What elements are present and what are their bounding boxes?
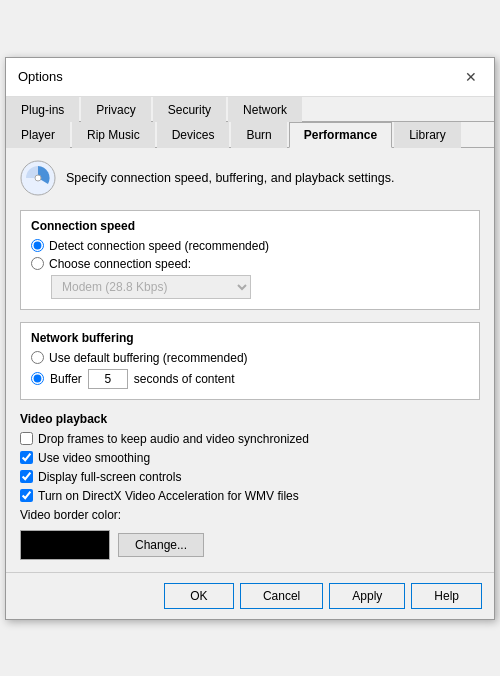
options-window: Options ✕ Plug-ins Privacy Security Netw… <box>5 57 495 620</box>
cancel-button[interactable]: Cancel <box>240 583 323 609</box>
title-bar: Options ✕ <box>6 58 494 97</box>
checkbox-video-smoothing[interactable] <box>20 451 33 464</box>
network-buffering-group: Network buffering Use default buffering … <box>20 322 480 400</box>
drop-frames-label: Drop frames to keep audio and video sync… <box>38 432 309 446</box>
border-color-row: Change... <box>20 530 480 560</box>
video-smoothing-label: Use video smoothing <box>38 451 150 465</box>
ok-button[interactable]: OK <box>164 583 234 609</box>
buffer-seconds-input[interactable] <box>88 369 128 389</box>
buffer-radio[interactable] <box>31 372 44 385</box>
buffer-label: Buffer <box>50 372 82 386</box>
tab-privacy[interactable]: Privacy <box>81 97 150 122</box>
video-playback-label: Video playback <box>20 412 480 426</box>
close-button[interactable]: ✕ <box>460 66 482 88</box>
choose-speed-radio[interactable] <box>31 257 44 270</box>
border-color-label: Video border color: <box>20 508 480 522</box>
default-buffering-row: Use default buffering (recommended) <box>31 351 469 365</box>
video-playback-section: Video playback Drop frames to keep audio… <box>20 412 480 560</box>
svg-point-1 <box>35 175 41 181</box>
window-title: Options <box>18 69 63 84</box>
checkbox-directx-accel[interactable] <box>20 489 33 502</box>
choose-speed-row: Choose connection speed: <box>31 257 469 271</box>
connection-speed-label: Connection speed <box>31 219 469 233</box>
tabs-row1: Plug-ins Privacy Security Network <box>6 97 494 122</box>
tab-player[interactable]: Player <box>6 122 70 148</box>
detect-speed-row: Detect connection speed (recommended) <box>31 239 469 253</box>
tab-rip-music[interactable]: Rip Music <box>72 122 155 148</box>
network-buffering-label: Network buffering <box>31 331 469 345</box>
seconds-label: seconds of content <box>134 372 235 386</box>
performance-icon <box>20 160 56 196</box>
header-description: Specify connection speed, buffering, and… <box>66 171 394 185</box>
tab-plugins[interactable]: Plug-ins <box>6 97 79 122</box>
tab-security[interactable]: Security <box>153 97 226 122</box>
default-buffering-radio[interactable] <box>31 351 44 364</box>
connection-speed-group: Connection speed Detect connection speed… <box>20 210 480 310</box>
directx-accel-label: Turn on DirectX Video Acceleration for W… <box>38 489 299 503</box>
speed-dropdown[interactable]: Modem (28.8 Kbps)ISDN (64 Kbps)DSL/Cable… <box>51 275 251 299</box>
content-area: Specify connection speed, buffering, and… <box>6 148 494 572</box>
help-button[interactable]: Help <box>411 583 482 609</box>
tabs-row2: Player Rip Music Devices Burn Performanc… <box>6 122 494 148</box>
speed-dropdown-row: Modem (28.8 Kbps)ISDN (64 Kbps)DSL/Cable… <box>51 275 469 299</box>
tab-burn[interactable]: Burn <box>231 122 286 148</box>
buffer-row: Buffer seconds of content <box>31 369 469 389</box>
color-swatch[interactable] <box>20 530 110 560</box>
detect-speed-radio[interactable] <box>31 239 44 252</box>
change-color-button[interactable]: Change... <box>118 533 204 557</box>
checkbox-row-3: Turn on DirectX Video Acceleration for W… <box>20 489 480 503</box>
choose-speed-label: Choose connection speed: <box>49 257 191 271</box>
checkbox-row-2: Display full-screen controls <box>20 470 480 484</box>
fullscreen-controls-label: Display full-screen controls <box>38 470 181 484</box>
checkbox-drop-frames[interactable] <box>20 432 33 445</box>
footer: OK Cancel Apply Help <box>6 572 494 619</box>
apply-button[interactable]: Apply <box>329 583 405 609</box>
tab-devices[interactable]: Devices <box>157 122 230 148</box>
tab-network[interactable]: Network <box>228 97 302 122</box>
header-section: Specify connection speed, buffering, and… <box>20 160 480 196</box>
checkbox-row-0: Drop frames to keep audio and video sync… <box>20 432 480 446</box>
detect-speed-label: Detect connection speed (recommended) <box>49 239 269 253</box>
checkbox-row-1: Use video smoothing <box>20 451 480 465</box>
default-buffering-label: Use default buffering (recommended) <box>49 351 248 365</box>
tab-library[interactable]: Library <box>394 122 461 148</box>
checkbox-fullscreen-controls[interactable] <box>20 470 33 483</box>
tab-performance[interactable]: Performance <box>289 122 392 148</box>
